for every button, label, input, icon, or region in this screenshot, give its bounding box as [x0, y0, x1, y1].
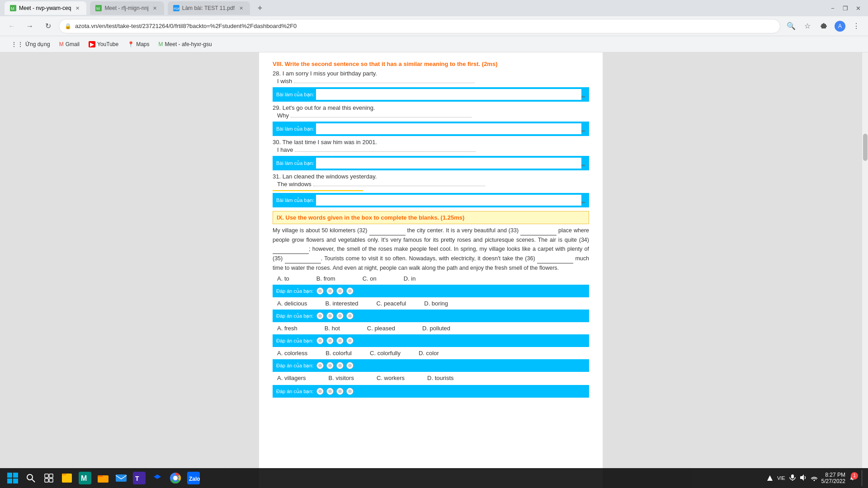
taskbar-dropbox-button[interactable] — [149, 470, 165, 486]
radio-33-c[interactable] — [336, 287, 344, 295]
radio-34-d[interactable] — [346, 312, 354, 319]
tab-meet-2[interactable]: M Meet - rfj-mign-nnj ✕ — [90, 1, 164, 15]
radio-34-a[interactable] — [316, 312, 324, 319]
search-icon[interactable]: 🔍 — [784, 19, 798, 33]
q33-option-a[interactable]: A. delicious — [277, 300, 307, 307]
radio-next-a[interactable] — [316, 388, 324, 395]
reload-button[interactable]: ↻ — [41, 19, 55, 33]
radio-35-d[interactable] — [346, 337, 354, 344]
taskbar-explorer-button[interactable] — [95, 470, 111, 486]
bookmark-meet-label: Meet - afe-hyxr-gsu — [165, 41, 212, 47]
taskbar-mail-button[interactable] — [113, 470, 129, 486]
show-desktop-button[interactable] — [862, 470, 863, 486]
bookmark-gmail[interactable]: M Gmail — [56, 39, 83, 49]
volume-icon[interactable] — [800, 474, 807, 483]
answer-input-30[interactable] — [316, 158, 581, 169]
bookmark-star-icon[interactable]: ☆ — [800, 19, 815, 33]
q35-option-a[interactable]: A. colorless — [277, 350, 307, 357]
q35-option-b[interactable]: B. colorful — [326, 350, 352, 357]
profile-icon[interactable]: A — [833, 19, 847, 33]
q36-option-b[interactable]: B. visitors — [329, 375, 354, 381]
q34-option-b[interactable]: B. hot — [325, 325, 340, 332]
network-icon[interactable] — [811, 474, 818, 483]
radio-options-36 — [316, 362, 354, 369]
q32-option-c[interactable]: C. on — [363, 275, 377, 282]
radio-next-c[interactable] — [336, 388, 344, 395]
close-button[interactable]: ✕ — [853, 3, 863, 14]
scrollbar[interactable] — [862, 52, 868, 488]
svg-text:M: M — [96, 6, 100, 11]
radio-35-c[interactable] — [336, 337, 344, 344]
blank-34 — [273, 244, 309, 254]
radio-next-b[interactable] — [326, 388, 334, 395]
taskbar-teams-button[interactable]: T — [131, 470, 147, 486]
q35-option-c[interactable]: C. colorfully — [370, 350, 401, 357]
minimize-button[interactable]: − — [827, 3, 838, 14]
q36-option-c[interactable]: C. workers — [377, 375, 405, 381]
tab-close-3[interactable]: ✕ — [237, 5, 245, 12]
taskbar-meet-button[interactable]: M — [77, 470, 93, 486]
tab-close-2[interactable]: ✕ — [151, 5, 159, 12]
q35-option-d[interactable]: D. color — [419, 350, 439, 357]
address-bar[interactable]: 🔒 azota.vn/en/test/take-test/23721264/0/… — [59, 19, 780, 33]
q34-option-c[interactable]: C. pleased — [367, 325, 395, 332]
taskbar: M T Zalo VIE — [0, 468, 868, 488]
q34-option-d[interactable]: D. polluted — [422, 325, 450, 332]
bookmark-apps[interactable]: ⋮⋮ Ứng dụng — [7, 39, 54, 50]
question-29: 29. Let's go out for a meal this evening… — [273, 104, 589, 119]
q32-option-a[interactable]: A. to — [277, 275, 289, 282]
edit-icon-29: ✏ — [581, 128, 585, 134]
tab-meet-1[interactable]: M Meet - nvp-ywam-ceq ✕ — [5, 1, 86, 15]
taskbar-files-button[interactable] — [59, 470, 75, 486]
new-tab-button[interactable]: + — [254, 2, 266, 14]
bookmark-maps[interactable]: 📍 Maps — [124, 39, 153, 49]
date-display: 5/27/2022 — [821, 478, 845, 484]
radio-33-a[interactable] — [316, 287, 324, 295]
q33-option-d[interactable]: D. boring — [424, 300, 448, 307]
blank-32 — [369, 226, 406, 235]
tab-pdf[interactable]: PDF Làm bài: TEST 11.pdf ✕ — [168, 1, 250, 15]
radio-34-b[interactable] — [326, 312, 334, 319]
radio-36-a[interactable] — [316, 362, 324, 369]
scrollbar-thumb[interactable] — [863, 134, 868, 161]
bookmarks-bar: ⋮⋮ Ứng dụng M Gmail ▶ YouTube 📍 Maps M M… — [0, 36, 868, 52]
radio-33-d[interactable] — [346, 287, 354, 295]
bookmark-gmail-label: Gmail — [66, 41, 80, 47]
radio-next-d[interactable] — [346, 388, 354, 395]
radio-35-a[interactable] — [316, 337, 324, 344]
forward-button[interactable]: → — [23, 19, 37, 33]
answer-input-28[interactable] — [316, 89, 581, 100]
radio-36-c[interactable] — [336, 362, 344, 369]
taskbar-search-button[interactable] — [23, 470, 39, 486]
taskbar-chrome-button[interactable] — [167, 470, 184, 486]
tab-close-1[interactable]: ✕ — [74, 5, 81, 12]
q32-option-d[interactable]: D. in — [404, 275, 416, 282]
radio-34-c[interactable] — [336, 312, 344, 319]
radio-35-b[interactable] — [326, 337, 334, 344]
clock[interactable]: 8:27 PM 5/27/2022 — [821, 472, 845, 484]
q33-option-c[interactable]: C. peaceful — [376, 300, 406, 307]
q32-option-b[interactable]: B. from — [316, 275, 335, 282]
back-button[interactable]: ← — [5, 19, 19, 33]
menu-icon[interactable]: ⋮ — [849, 19, 863, 33]
answer-input-31[interactable] — [316, 195, 581, 206]
q36-option-a[interactable]: A. villagers — [277, 375, 306, 381]
q36-option-d[interactable]: D. tourists — [427, 375, 454, 381]
bookmark-youtube[interactable]: ▶ YouTube — [85, 39, 122, 49]
radio-36-d[interactable] — [346, 362, 354, 369]
hidden-icons[interactable] — [766, 474, 774, 482]
q33-option-b[interactable]: B. interested — [325, 300, 358, 307]
radio-33-b[interactable] — [326, 287, 334, 295]
radio-36-b[interactable] — [326, 362, 334, 369]
start-button[interactable] — [5, 470, 21, 486]
notification-area[interactable]: 1 — [849, 474, 856, 483]
section-ix-box: IX. Use the words given in the box to co… — [273, 211, 589, 224]
bookmark-meet[interactable]: M Meet - afe-hyxr-gsu — [155, 39, 216, 49]
extensions-icon[interactable] — [816, 19, 831, 33]
q34-option-a[interactable]: A. fresh — [277, 325, 297, 332]
taskbar-zalo-button[interactable]: Zalo — [185, 470, 202, 486]
task-view-button[interactable] — [41, 470, 57, 486]
input-indicator[interactable]: VIE — [777, 475, 785, 481]
maximize-button[interactable]: ❐ — [840, 3, 851, 14]
answer-input-29[interactable] — [316, 123, 581, 134]
